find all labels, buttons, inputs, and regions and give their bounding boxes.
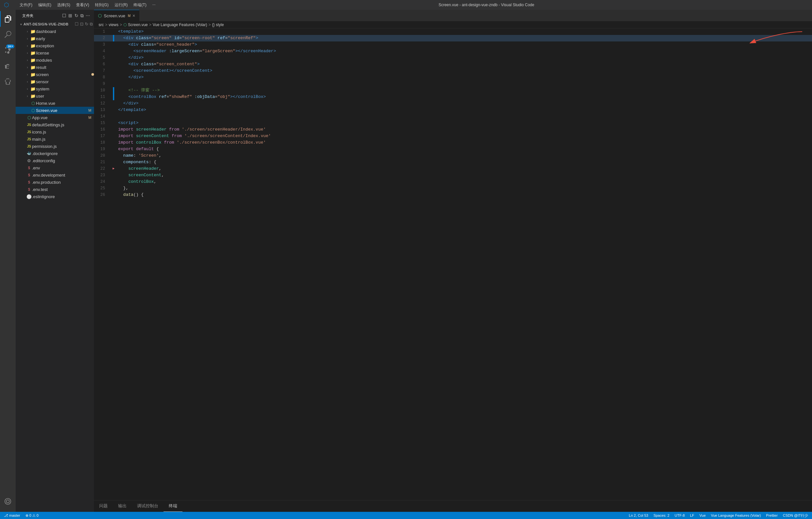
bc-src[interactable]: src bbox=[98, 23, 104, 27]
status-cursor[interactable]: Ln 2, Col 53 bbox=[628, 514, 649, 517]
bc-views[interactable]: views bbox=[109, 23, 118, 27]
status-errors[interactable]: ⊗ 0 ⚠ 0 bbox=[24, 514, 40, 518]
menu-goto[interactable]: 转到(G) bbox=[92, 2, 111, 8]
project-action-icons: ☐ ⊡ ↻ ⧉ bbox=[75, 22, 93, 27]
tree-file-eslintignore[interactable]: ⚪ .eslintignore bbox=[16, 193, 94, 200]
tab-close-button[interactable]: × bbox=[133, 13, 135, 18]
code-line-21: 21 components: { bbox=[94, 159, 812, 166]
menu-bar: 文件(F) 编辑(E) 选择(S) 查看(V) 转到(G) 运行(R) 终端(T… bbox=[17, 2, 158, 8]
tree-file-app-vue[interactable]: ⬡ App.vue M bbox=[16, 114, 94, 121]
activity-search[interactable] bbox=[0, 27, 16, 42]
refresh-icon[interactable]: ↻ bbox=[75, 13, 79, 19]
tree-folder-sensor[interactable]: › 📁 sensor bbox=[16, 78, 94, 85]
line-content: <script> bbox=[117, 120, 812, 126]
line-number: 12 bbox=[94, 100, 110, 107]
bc-volar[interactable]: Vue Language Features (Volar) bbox=[153, 23, 207, 27]
code-line-12: 12 </div> bbox=[94, 100, 812, 107]
status-spaces[interactable]: Spaces: 2 bbox=[652, 514, 671, 517]
status-encoding[interactable]: UTF-8 bbox=[673, 514, 686, 517]
project-name-label: ANT-DESIGN-VUE-ZNDB bbox=[24, 22, 75, 26]
pj-new-file-icon[interactable]: ☐ bbox=[75, 22, 79, 27]
tree-file-main[interactable]: JS main.js bbox=[16, 136, 94, 143]
tree-folder-modules[interactable]: › 📁 modules bbox=[16, 56, 94, 64]
line-gutter-blue bbox=[110, 94, 117, 100]
tree-file-home-vue[interactable]: ⬡ Home.vue bbox=[16, 99, 94, 107]
tree-file-env-prod[interactable]: $ .env.production bbox=[16, 178, 94, 186]
menu-select[interactable]: 选择(S) bbox=[55, 2, 73, 8]
bc-sep1: > bbox=[105, 23, 107, 27]
status-watermark: CSDN @IT行少 bbox=[782, 513, 809, 518]
file-label: icons.js bbox=[32, 129, 94, 135]
tree-file-env-test[interactable]: $ .env.test bbox=[16, 186, 94, 193]
activity-explorer[interactable] bbox=[0, 11, 16, 27]
line-number: 14 bbox=[94, 113, 110, 120]
panel-tab-problems[interactable]: 问题 bbox=[94, 500, 113, 512]
menu-run[interactable]: 运行(R) bbox=[112, 2, 130, 8]
tab-screen-vue[interactable]: ⬡ Screen.vue M × bbox=[94, 10, 139, 21]
code-line-11: 11 <controlBox ref="showRef" :objData="o… bbox=[94, 94, 812, 100]
tree-folder-user[interactable]: › 📁 user bbox=[16, 92, 94, 99]
tree-file-env-dev[interactable]: $ .env.development bbox=[16, 171, 94, 178]
file-label: .env bbox=[32, 166, 94, 170]
tree-folder-exception[interactable]: › 📁 exception bbox=[16, 42, 94, 49]
pj-refresh-icon[interactable]: ↻ bbox=[85, 22, 88, 27]
menu-terminal[interactable]: 终端(T) bbox=[131, 2, 149, 8]
code-line-4: 4 <screenHeader :largeScreen="largeScree… bbox=[94, 48, 812, 55]
tree-file-permission[interactable]: JS permission.js bbox=[16, 143, 94, 150]
env-icon: $ bbox=[26, 180, 32, 184]
tree-file-screen-vue[interactable]: ⬡ Screen.vue M bbox=[16, 107, 94, 114]
panel-tab-output[interactable]: 输出 bbox=[113, 500, 132, 512]
project-name-item[interactable]: ▾ ANT-DESIGN-VUE-ZNDB ☐ ⊡ ↻ ⧉ bbox=[16, 21, 94, 28]
tree-file-editorconfig[interactable]: ⚙ .editorconfig bbox=[16, 157, 94, 164]
bc-style[interactable]: {} style bbox=[212, 23, 224, 27]
source-control-badge: 1K+ bbox=[6, 45, 14, 48]
activity-extensions[interactable] bbox=[0, 74, 16, 89]
tree-file-icons[interactable]: JS icons.js bbox=[16, 128, 94, 136]
file-label: .env.production bbox=[32, 180, 94, 185]
collapse-all-icon[interactable]: ⧉ bbox=[80, 13, 84, 19]
new-file-icon[interactable]: ☐ bbox=[62, 13, 66, 19]
status-line-ending[interactable]: LF bbox=[689, 514, 695, 517]
tree-file-default-settings[interactable]: JS defaultSettings.js bbox=[16, 121, 94, 128]
modified-badge: M bbox=[88, 108, 94, 112]
activity-source-control[interactable]: 1K+ bbox=[0, 42, 16, 58]
line-number: 19 bbox=[94, 146, 110, 152]
editor-content[interactable]: 1 <template> 2 <div class="screen" id="s… bbox=[94, 28, 812, 500]
activity-copilot[interactable] bbox=[0, 494, 16, 509]
panel-tab-debug-console[interactable]: 调试控制台 bbox=[132, 500, 164, 512]
js-file-icon: JS bbox=[26, 137, 32, 141]
tree-folder-screen[interactable]: › 📁 screen bbox=[16, 71, 94, 78]
menu-view[interactable]: 查看(V) bbox=[74, 2, 92, 8]
tree-folder-early[interactable]: › 📁 early bbox=[16, 35, 94, 42]
status-branch[interactable]: ⎇ master bbox=[3, 514, 22, 518]
pj-collapse-icon[interactable]: ⧉ bbox=[90, 22, 93, 27]
menu-more[interactable]: ··· bbox=[150, 2, 158, 8]
status-language[interactable]: Vue bbox=[698, 514, 707, 517]
activity-run-debug[interactable] bbox=[0, 58, 16, 74]
tree-folder-license[interactable]: › 📁 license bbox=[16, 49, 94, 56]
tree-file-dockerignore[interactable]: 🐳 .dockerignore bbox=[16, 150, 94, 157]
line-content: <screenContent></screenContent> bbox=[117, 67, 812, 74]
line-content: import controlBox from './screen/screenB… bbox=[117, 139, 812, 146]
menu-edit[interactable]: 编辑(E) bbox=[35, 2, 54, 8]
tree-file-env[interactable]: $ .env bbox=[16, 164, 94, 171]
menu-file[interactable]: 文件(F) bbox=[17, 2, 35, 8]
code-line-15: 15 <script> bbox=[94, 120, 812, 126]
new-folder-icon[interactable]: ⊞ bbox=[68, 13, 72, 19]
tree-folder-result[interactable]: › 📁 result bbox=[16, 64, 94, 71]
code-line-23: 23 screenContent, bbox=[94, 172, 812, 178]
tree-folder-dashboard[interactable]: › 📁 dashboard bbox=[16, 28, 94, 35]
status-prettier[interactable]: Prettier bbox=[765, 514, 779, 517]
more-options-icon[interactable]: ··· bbox=[86, 13, 90, 19]
sidebar-header: 文件夹 ☐ ⊞ ↻ ⧉ ··· bbox=[16, 10, 94, 21]
pj-new-folder-icon[interactable]: ⊡ bbox=[80, 22, 84, 27]
bc-screen-vue[interactable]: Screen.vue bbox=[128, 23, 148, 27]
modified-badge: M bbox=[88, 116, 94, 119]
file-tree: ▾ ANT-DESIGN-VUE-ZNDB ☐ ⊡ ↻ ⧉ › 📁 dashbo… bbox=[16, 21, 94, 512]
folder-icon: 📁 bbox=[30, 94, 36, 98]
line-content: <div class="screen_header"> bbox=[117, 41, 812, 48]
code-line-8: 8 </div> bbox=[94, 74, 812, 81]
tree-folder-system[interactable]: › 📁 system bbox=[16, 85, 94, 92]
status-volar[interactable]: Vue Language Features (Volar) bbox=[709, 514, 762, 517]
panel-tab-terminal[interactable]: 终端 bbox=[164, 500, 182, 512]
